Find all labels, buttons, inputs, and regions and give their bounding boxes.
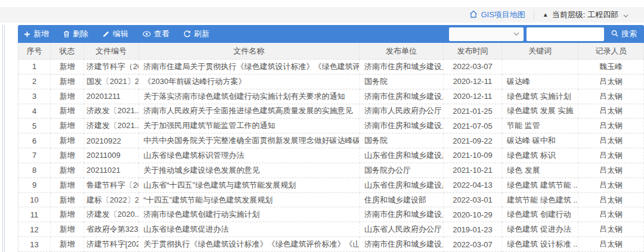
cell-publisher: 济南市住房和城乡建设局 <box>360 60 444 74</box>
cell-status: 新增 <box>51 163 84 178</box>
gis-project-map-link[interactable]: GIS项目地图 <box>469 10 525 20</box>
col-header-publish-date: 发布时间 <box>444 43 502 60</box>
cell-keywords: 节能 监管 <box>502 119 578 133</box>
home-icon <box>469 10 478 20</box>
cell-publish-date: 2022-03-01 <box>444 193 502 208</box>
refresh-button[interactable]: 刷新 <box>184 29 209 39</box>
cell-file-name: 关于贯彻执行《绿色建筑设计标准》《绿色建筑评价标准》《山东省... <box>139 237 360 252</box>
sidebar-splitter[interactable] <box>2 25 5 252</box>
col-header-file-name: 文件名称 <box>139 43 360 60</box>
cell-status: 新增 <box>51 178 84 193</box>
cell-status: 新增 <box>51 60 84 74</box>
cell-file-number: 国发〔2021〕2... <box>84 74 139 89</box>
table-row[interactable]: 4 新增 济政发〔2021... 济南市人民政府关于全面推进绿色建筑高质量发展的… <box>18 104 644 119</box>
cell-recorder: 吕太钢 <box>578 178 644 193</box>
cell-publisher: 山东省住房和城乡建设厅 <box>360 178 444 193</box>
edit-button[interactable]: 编辑 <box>103 29 128 39</box>
cell-status: 新增 <box>51 148 84 163</box>
cell-file-name: 《2030年前碳达峰行动方案》 <box>139 74 360 89</box>
table-row[interactable]: 11 新增 济建发〔2020... 济南市绿色建筑创建行动实施计划 济南市住房和… <box>18 207 644 222</box>
filter-select[interactable] <box>449 27 524 41</box>
cell-file-name: 济南市人民政府关于全面推进绿色建筑高质量发展的实施意见 <box>139 104 360 119</box>
cell-publisher: 山东省人民政府办公厅 <box>360 222 444 237</box>
current-level-dropdown[interactable]: ▲ 当前层级: 工程四部 <box>543 10 628 20</box>
cell-file-number: 济建发〔2020... <box>84 207 139 222</box>
cell-status: 新增 <box>51 74 84 89</box>
magnifier-icon <box>611 30 618 39</box>
cell-file-number: 鲁建节科字〔20... <box>84 178 139 193</box>
cell-publisher: 济南市住房和城乡建设局 <box>360 237 444 252</box>
table-row[interactable]: 12 新增 省政府令第323号 山东省绿色建筑促进办法 山东省人民政府办公厅 2… <box>18 222 644 237</box>
cell-keywords: 绿色建筑 建筑节能 ... <box>502 178 578 193</box>
add-button-label: 新增 <box>33 29 49 39</box>
cell-file-number: 省政府令第323号 <box>84 222 139 237</box>
cell-recorder: 吕太钢 <box>578 74 644 89</box>
table-row[interactable]: 8 新增 20211021 关于推动城乡建设绿色发展的意见 国务院办公厅 202… <box>18 163 644 178</box>
cell-publish-date: 2022-03-07 <box>444 237 502 252</box>
table-row[interactable]: 13 新增 济建节科字[202... 关于贯彻执行《绿色建筑设计标准》《绿色建筑… <box>18 237 644 252</box>
cell-status: 新增 <box>51 207 84 222</box>
view-button-label: 查看 <box>154 29 169 39</box>
search-input[interactable] <box>527 27 604 41</box>
cell-recorder: 吕太钢 <box>578 104 644 119</box>
cell-publish-date: 2021-10-09 <box>444 148 502 163</box>
search-button[interactable]: 搜索 <box>611 29 637 39</box>
cell-recorder: 魏玉峰 <box>578 60 644 74</box>
cell-keywords: 绿色 发展 <box>502 163 578 178</box>
delete-button[interactable]: 删除 <box>63 29 88 39</box>
cell-seq: 3 <box>18 89 51 104</box>
cell-file-number: 20211009 <box>84 148 139 163</box>
table-row[interactable]: 6 新增 20210922 中共中央国务院关于完整准确全面贯彻新发展理念做好碳达… <box>18 133 644 148</box>
cell-seq: 2 <box>18 74 51 89</box>
cell-seq: 11 <box>18 207 51 222</box>
cell-file-name: “十四五”建筑节能与绿色建筑发展规划 <box>139 193 360 208</box>
cell-publish-date: 2021-09-22 <box>444 133 502 148</box>
document-manager-page: GIS项目地图 ▲ 当前层级: 工程四部 新增 <box>0 0 644 252</box>
table-row[interactable]: 2 新增 国发〔2021〕2... 《2030年前碳达峰行动方案》 国务院 20… <box>18 74 644 89</box>
cell-publish-date: 2020-12-11 <box>444 74 502 89</box>
table-row[interactable]: 1 新增 济建节科字（20... 济南市住建局关于贯彻执行《绿色建筑设计标准》《… <box>18 60 644 74</box>
cell-seq: 8 <box>18 163 51 178</box>
topbar-divider <box>534 10 534 20</box>
cell-file-name: 山东省绿色建筑标识管理办法 <box>139 148 360 163</box>
cell-publish-date: 2020-10-29 <box>444 207 502 222</box>
cell-file-number: 济建节科字（20... <box>84 60 139 74</box>
cell-file-number: 济建发〔2021... <box>84 119 139 133</box>
table-row[interactable]: 3 新增 20201211 关于落实济南市绿色建筑创建行动实施计划有关要求的通知… <box>18 89 644 104</box>
col-header-file-number: 文件编号 <box>84 43 139 60</box>
cell-keywords: 绿色建筑 发展 实施 <box>502 104 578 119</box>
cell-keywords: 绿色建筑 实施计划 <box>502 89 578 104</box>
cell-keywords: 碳达峰 碳中和 <box>502 133 578 148</box>
cell-file-number: 20201211 <box>84 89 139 104</box>
cell-publisher: 济南市住房和城乡建设局 <box>360 207 444 222</box>
table-row[interactable]: 10 新增 建标〔2022〕2... “十四五”建筑节能与绿色建筑发展规划 住房… <box>18 193 644 208</box>
cell-status: 新增 <box>51 222 84 237</box>
cell-status: 新增 <box>51 104 84 119</box>
cell-seq: 1 <box>18 60 51 74</box>
cell-seq: 9 <box>18 178 51 193</box>
cell-recorder: 吕太钢 <box>578 133 644 148</box>
cell-seq: 13 <box>18 237 51 252</box>
cell-file-name: 关于推动城乡建设绿色发展的意见 <box>139 163 360 178</box>
cell-file-name: 关于落实济南市绿色建筑创建行动实施计划有关要求的通知 <box>139 89 360 104</box>
view-button[interactable]: 查看 <box>143 29 169 39</box>
chevron-down-icon <box>513 30 519 38</box>
cell-publish-date: 2021-07-05 <box>444 119 502 133</box>
cell-publish-date: 2022-04-13 <box>444 178 502 193</box>
cell-keywords: 绿色建筑 创建行动 <box>502 207 578 222</box>
cell-recorder: 吕太钢 <box>578 193 644 208</box>
cell-publish-date: 2019-01-23 <box>444 222 502 237</box>
cell-seq: 5 <box>18 119 51 133</box>
documents-table: 序号 状态 文件编号 文件名称 发布单位 发布时间 关键词 记录人员 1 新增 … <box>18 43 644 252</box>
add-button[interactable]: 新增 <box>24 29 49 39</box>
cell-file-number: 20210922 <box>84 133 139 148</box>
cell-publisher: 国务院 <box>360 133 444 148</box>
cell-recorder: 吕太钢 <box>578 207 644 222</box>
cell-status: 新增 <box>51 133 84 148</box>
table-toolbar: 新增 删除 编辑 <box>18 25 644 43</box>
table-row[interactable]: 9 新增 鲁建节科字〔20... 山东省“十四五”绿色建筑与建筑节能发展规划 山… <box>18 178 644 193</box>
cell-publish-date: 2021-01-25 <box>444 104 502 119</box>
cell-publisher: 国务院 <box>360 74 444 89</box>
table-row[interactable]: 7 新增 20211009 山东省绿色建筑标识管理办法 山东省住房和城乡建设厅 … <box>18 148 644 163</box>
table-row[interactable]: 5 新增 济建发〔2021... 关于加强民用建筑节能监管工作的通知 济南市住房… <box>18 119 644 133</box>
